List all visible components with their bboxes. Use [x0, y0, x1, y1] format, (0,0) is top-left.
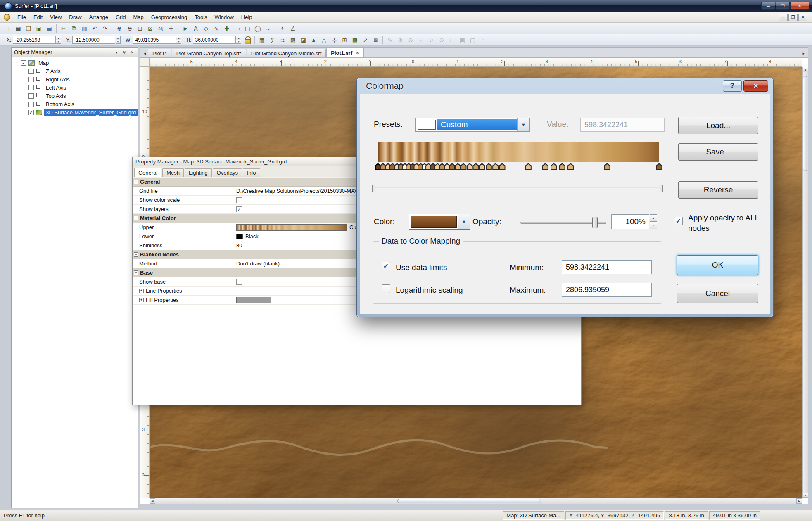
- presets-dropdown[interactable]: Custom ▼: [415, 118, 530, 132]
- colormap-node[interactable]: [525, 163, 532, 170]
- vertical-scrollbar[interactable]: ▲ ▼: [802, 67, 808, 498]
- symbol-icon[interactable]: ✚: [222, 24, 232, 33]
- spin-down-icon[interactable]: ▼: [650, 222, 657, 229]
- objmgr-dropdown-icon[interactable]: ▾: [113, 50, 120, 55]
- objmgr-pin-icon[interactable]: ⚲: [121, 50, 128, 55]
- colormap-node[interactable]: [499, 163, 506, 170]
- scroll-up-icon[interactable]: ▲: [803, 67, 808, 72]
- node-position-slider[interactable]: [373, 187, 662, 189]
- ellipse-icon[interactable]: ◯: [253, 24, 263, 33]
- tab-plot-grand-canyon-top-srf[interactable]: Plot Grand Canyon Top.srf*: [172, 49, 246, 57]
- collapse-icon[interactable]: −: [134, 180, 138, 184]
- collapse-icon[interactable]: −: [134, 270, 138, 275]
- logarithmic-scaling-checkbox[interactable]: [382, 284, 390, 293]
- tree-item-3d-surface-maverick-surfer-grid-grd[interactable]: ✓3D Surface-Maverick_Surfer_Grid.grd: [12, 108, 137, 116]
- tree-checkbox[interactable]: [28, 85, 34, 90]
- property-tab-info[interactable]: Info: [243, 168, 260, 177]
- zoom-out-icon[interactable]: ⊖: [125, 24, 135, 33]
- base-map-icon[interactable]: ⊞: [340, 36, 349, 45]
- object-manager-header[interactable]: Object Manager ▾⚲✕: [12, 48, 138, 57]
- print-icon[interactable]: ▤: [44, 24, 54, 33]
- lock-aspect-icon[interactable]: [242, 36, 252, 45]
- spin-down-icon[interactable]: ▼: [56, 40, 61, 44]
- dialog-close-button[interactable]: ✕: [743, 80, 768, 92]
- tree-expander-icon[interactable]: −: [15, 61, 19, 65]
- menu-help[interactable]: Help: [237, 12, 256, 22]
- colormap-node[interactable]: [551, 163, 557, 170]
- polygon-icon[interactable]: ◇: [201, 24, 211, 33]
- collapse-icon[interactable]: −: [134, 216, 138, 220]
- menu-arrange[interactable]: Arrange: [85, 12, 112, 22]
- spline-polyline-icon[interactable]: ≈: [263, 24, 273, 33]
- scroll-right-icon[interactable]: ▶: [796, 498, 802, 504]
- dropdown-arrow-icon[interactable]: ▼: [517, 118, 529, 131]
- reverse-button[interactable]: Reverse: [678, 181, 758, 199]
- colormap-node[interactable]: [472, 163, 479, 170]
- tree-checkbox[interactable]: ✓: [28, 110, 34, 115]
- tree-checkbox[interactable]: ✓: [21, 60, 26, 66]
- colormap-node[interactable]: [461, 163, 467, 170]
- node-color-dropdown[interactable]: ▼: [409, 214, 470, 230]
- menu-grid[interactable]: Grid: [112, 12, 130, 22]
- value-checkbox[interactable]: ✓: [236, 206, 242, 212]
- new-plot-icon[interactable]: ▯: [3, 24, 13, 33]
- spin-down-icon[interactable]: ▼: [176, 40, 181, 44]
- spin-down-icon[interactable]: ▼: [236, 40, 241, 44]
- menu-window[interactable]: Window: [211, 12, 237, 22]
- menu-view[interactable]: View: [46, 12, 65, 22]
- colormap-node[interactable]: [479, 163, 485, 170]
- coord-input-x[interactable]: [13, 36, 56, 44]
- cancel-button[interactable]: Cancel: [677, 284, 758, 303]
- colormap-node[interactable]: [559, 163, 565, 170]
- value-checkbox[interactable]: [236, 279, 242, 285]
- digitize-icon[interactable]: ⌖: [278, 24, 287, 33]
- new-worksheet-icon[interactable]: ▦: [13, 24, 23, 33]
- image-map-icon[interactable]: ▩: [350, 36, 360, 45]
- tree-item-bottom-axis[interactable]: Bottom Axis: [12, 100, 137, 108]
- minimum-input[interactable]: [562, 260, 652, 274]
- tab-scroll-left-icon[interactable]: ◀: [141, 50, 148, 57]
- zoom-realtime-icon[interactable]: ◎: [156, 24, 166, 33]
- open-icon[interactable]: ❐: [24, 24, 33, 33]
- close-button[interactable]: ✕: [790, 2, 809, 10]
- zoom-full-icon[interactable]: ⊠: [145, 24, 155, 33]
- shaded-relief-map-icon[interactable]: ◪: [298, 36, 308, 45]
- colormap-node[interactable]: [604, 163, 610, 170]
- grid-data-icon[interactable]: ▦: [257, 36, 267, 45]
- colormap-node[interactable]: [542, 163, 548, 170]
- objmgr-close-icon[interactable]: ✕: [129, 50, 135, 55]
- contour-map-icon[interactable]: ≋: [278, 36, 287, 45]
- coord-input-h[interactable]: [193, 36, 236, 44]
- property-tab-mesh[interactable]: Mesh: [162, 168, 184, 177]
- spin-up-icon[interactable]: ▲: [650, 214, 657, 222]
- scroll-left-icon[interactable]: ◀: [150, 498, 155, 504]
- redo-icon[interactable]: ↷: [100, 24, 110, 33]
- color-relief-map-icon[interactable]: ▨: [288, 36, 298, 45]
- colormap-node[interactable]: [656, 163, 662, 170]
- menu-geoprocessing[interactable]: Geoprocessing: [147, 12, 191, 22]
- property-tab-general[interactable]: General: [134, 168, 161, 177]
- dialog-title-bar[interactable]: Colormap ? ✕: [357, 78, 773, 94]
- expand-icon[interactable]: +: [139, 298, 144, 302]
- zoom-window-icon[interactable]: ⊡: [135, 24, 145, 33]
- colormap-node[interactable]: [567, 163, 574, 170]
- menu-tools[interactable]: Tools: [191, 12, 211, 22]
- menu-file[interactable]: File: [14, 12, 30, 22]
- tree-checkbox[interactable]: [28, 69, 34, 74]
- dropdown-arrow-icon[interactable]: ▼: [458, 214, 470, 229]
- undo-icon[interactable]: ↶: [90, 24, 100, 33]
- property-tab-lighting[interactable]: Lighting: [185, 168, 212, 177]
- polyline-icon[interactable]: ∿: [211, 24, 221, 33]
- maximize-button[interactable]: ❐: [776, 2, 790, 10]
- tree-item-left-axis[interactable]: Left Axis: [12, 83, 137, 92]
- pan-realtime-icon[interactable]: ✛: [166, 24, 176, 33]
- grid-math-icon[interactable]: ∑: [267, 36, 277, 45]
- maximum-input[interactable]: [562, 283, 652, 297]
- rectangle-icon[interactable]: ▭: [232, 24, 242, 33]
- menu-draw[interactable]: Draw: [65, 12, 85, 22]
- tree-item-top-axis[interactable]: Top Axis: [12, 92, 137, 100]
- tree-item-map[interactable]: −✓Map: [12, 59, 137, 67]
- colormap-swatch[interactable]: [236, 224, 347, 231]
- load-button[interactable]: Load...: [678, 117, 758, 134]
- opacity-value[interactable]: 100%: [611, 214, 649, 229]
